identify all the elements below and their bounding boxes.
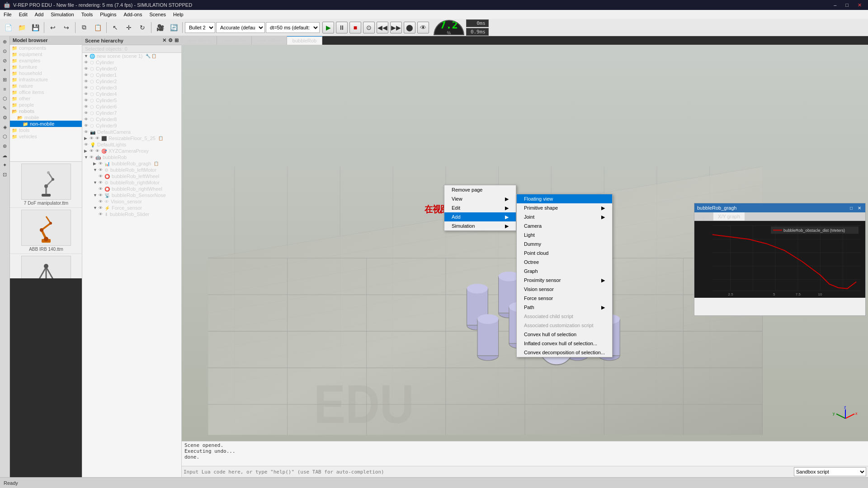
sh-left-wheel[interactable]: 👁⭕bubbleRob_leftWheel xyxy=(82,173,181,179)
sh-floor[interactable]: ▶👁👁⬛ResizableFloor_5_25📋 xyxy=(82,135,181,141)
maximize-button[interactable]: □ xyxy=(843,1,851,9)
timestep-select[interactable]: dt=50 ms (default: xyxy=(266,22,320,33)
sh-cylinder[interactable]: 👁⬡Cylinder xyxy=(82,59,181,66)
sub-primitive-shape[interactable]: Primitive shape xyxy=(517,203,612,212)
sh-slider[interactable]: 👁⬇bubbleRob_Slider xyxy=(82,211,181,217)
faster-button[interactable]: ▶▶ xyxy=(390,22,402,33)
menu-help[interactable]: Help xyxy=(170,11,187,18)
sh-cylinder4[interactable]: 👁⬡Cylinder4 xyxy=(82,91,181,97)
ctx-view[interactable]: View xyxy=(444,194,516,203)
sh-root[interactable]: ▼ 🌐 new scene (scene 1) 🔧 📋 xyxy=(82,53,181,59)
camera-shift-button[interactable]: 🎥 xyxy=(154,21,166,34)
sh-cylinder9[interactable]: 👁⬡Cylinder9 xyxy=(82,122,181,129)
menu-edit[interactable]: Edit xyxy=(15,11,31,18)
scene-tab-1[interactable]: new scene xyxy=(182,36,217,45)
tree-mobile[interactable]: 📂mobile xyxy=(10,114,82,121)
tree-office-items[interactable]: 📁office items xyxy=(10,89,82,95)
sub-light[interactable]: Light xyxy=(517,230,612,239)
left-icon-4[interactable]: ✦ xyxy=(0,66,9,75)
left-icon-6[interactable]: ≡ xyxy=(0,84,9,94)
scene-tab-bubblerob[interactable]: bubbleRob xyxy=(287,36,322,45)
3d-viewport[interactable]: bubbleRob EDU 在视图中点击右键 x y z Re xyxy=(182,45,868,441)
sh-cylinder8[interactable]: 👁⬡Cylinder8 xyxy=(82,116,181,122)
sub-graph[interactable]: Graph xyxy=(517,267,612,276)
tree-components[interactable]: 📁components xyxy=(10,45,82,51)
sh-force-sensor[interactable]: ▼👁⚡Force_sensor xyxy=(82,205,181,211)
ctx-add[interactable]: Add xyxy=(444,212,516,221)
accuracy-select[interactable]: Accurate (defau xyxy=(216,22,265,33)
sh-bubblerob[interactable]: ▼👁🤖bubbleRob xyxy=(82,154,181,160)
menu-add[interactable]: Add xyxy=(31,11,47,18)
sh-default-lights[interactable]: 👁💡DefaultLights xyxy=(82,141,181,148)
menu-tools[interactable]: Tools xyxy=(78,11,97,18)
sh-cylinder1[interactable]: 👁⬡Cylinder1 xyxy=(82,72,181,78)
tree-people[interactable]: 📁people xyxy=(10,102,82,108)
left-icon-8[interactable]: ✎ xyxy=(0,103,9,113)
sub-camera[interactable]: Camera xyxy=(517,221,612,230)
tree-nature[interactable]: 📁nature xyxy=(10,83,82,89)
left-icon-12[interactable]: ⊛ xyxy=(0,141,9,150)
sub-floating-view[interactable]: Floating view xyxy=(517,194,612,203)
tree-vehicles[interactable]: 📁vehicles xyxy=(10,133,82,140)
sub-dummy[interactable]: Dummy xyxy=(517,239,612,249)
sh-cylinder2[interactable]: 👁⬡Cylinder2 xyxy=(82,78,181,84)
tree-robots[interactable]: 📂robots xyxy=(10,108,82,114)
tree-other[interactable]: 📁other xyxy=(10,95,82,102)
sub-convex-decomp[interactable]: Convex decomposition of selection... xyxy=(517,348,612,357)
record-button[interactable]: ⬤ xyxy=(404,22,415,33)
slower-button[interactable]: ◀◀ xyxy=(377,22,388,33)
sh-left-motor[interactable]: ▼👁⚙bubbleRob_leftMotor xyxy=(82,167,181,173)
menu-file[interactable]: File xyxy=(0,11,15,18)
open-file-button[interactable]: 📁 xyxy=(15,21,28,34)
tree-tools[interactable]: 📁tools xyxy=(10,127,82,133)
graph-tab-xy[interactable]: X/Y graph xyxy=(713,212,745,221)
sh-sensor-nose[interactable]: ▼👁📡bubbleRob_SensorNose xyxy=(82,192,181,198)
ctx-edit[interactable]: Edit xyxy=(444,203,516,212)
tree-non-mobile[interactable]: 📁non-mobile xyxy=(10,121,82,127)
save-button[interactable]: 💾 xyxy=(29,21,42,34)
tree-household[interactable]: 📁household xyxy=(10,70,82,76)
sub-inflated-hull[interactable]: Inflated convex hull of selection... xyxy=(517,339,612,348)
left-icon-9[interactable]: ⚙ xyxy=(0,113,9,122)
left-icon-11[interactable]: ⬡ xyxy=(0,132,9,141)
sub-point-cloud[interactable]: Point cloud xyxy=(517,249,612,258)
sh-cylinder3[interactable]: 👁⬡Cylinder3 xyxy=(82,84,181,91)
sh-cylinder6[interactable]: 👁⬡Cylinder6 xyxy=(82,103,181,110)
copy-button[interactable]: ⧉ xyxy=(78,21,90,34)
console-input[interactable] xyxy=(184,469,794,475)
script-select[interactable]: Sandbox script xyxy=(794,467,866,476)
translate-button[interactable]: ✛ xyxy=(123,21,135,34)
hierarchy-close-button[interactable]: ✕ xyxy=(162,38,166,43)
graph-tab-1[interactable]: raph xyxy=(694,212,713,221)
realtime-button[interactable]: ⊙ xyxy=(363,22,375,33)
scene-tab-2[interactable]: new scene xyxy=(217,36,252,45)
graph-close-button[interactable]: ✕ xyxy=(856,205,863,211)
left-icon-5[interactable]: ⊞ xyxy=(0,75,9,84)
hierarchy-expand-button[interactable]: ⊞ xyxy=(175,38,179,43)
sh-right-motor[interactable]: ▼👁⚙bubbleRob_rightMotor xyxy=(82,179,181,186)
left-icon-1[interactable]: ⊕ xyxy=(0,37,9,46)
sub-convex-hull[interactable]: Convex hull of selection xyxy=(517,330,612,339)
preview-7dof[interactable]: 7 DoF manipulator.ttm xyxy=(10,162,82,208)
redo-button[interactable]: ↪ xyxy=(60,21,73,34)
tree-equipment[interactable]: 📁equipment xyxy=(10,51,82,57)
tree-infrastructure[interactable]: 📁infrastructure xyxy=(10,76,82,83)
ctx-simulation[interactable]: Simulation xyxy=(444,221,516,230)
sh-cylinder7[interactable]: 👁⬡Cylinder7 xyxy=(82,110,181,116)
sh-default-camera[interactable]: 👁📷DefaultCamera xyxy=(82,129,181,135)
left-icon-15[interactable]: ⊡ xyxy=(0,170,9,179)
preview-abb140[interactable]: ABB IRB 140.ttm xyxy=(10,208,82,254)
pause-button[interactable]: ⏸ xyxy=(336,22,348,33)
pointer-button[interactable]: ↖ xyxy=(109,21,122,34)
sh-vision-sensor[interactable]: 👁👁Vision_sensor xyxy=(82,198,181,205)
scene-tab-3[interactable]: new scene xyxy=(252,36,287,45)
tree-furniture[interactable]: 📁furniture xyxy=(10,64,82,70)
graph-minimize-button[interactable]: □ xyxy=(848,205,854,211)
sh-xyz-proxy[interactable]: ▶👁👁🎯XYZCameraProxy xyxy=(82,148,181,154)
sub-path[interactable]: Path xyxy=(517,303,612,312)
camera-view-button[interactable]: 👁 xyxy=(417,22,429,33)
sub-vision-sensor[interactable]: Vision sensor xyxy=(517,285,612,294)
new-scene-button[interactable]: 📄 xyxy=(2,21,14,34)
stop-button[interactable]: ■ xyxy=(349,22,361,33)
left-icon-7[interactable]: ⬡ xyxy=(0,94,9,103)
